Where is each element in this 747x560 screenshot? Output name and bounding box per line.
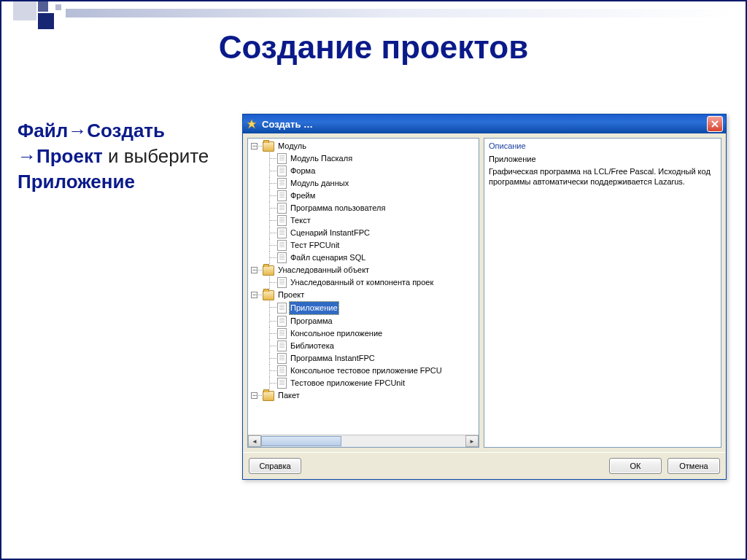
tree-item-label: Текст — [289, 214, 312, 227]
scroll-right-arrow[interactable]: ► — [465, 435, 479, 447]
tree-item[interactable]: Файл сценария SQL — [264, 252, 479, 264]
tree-item[interactable]: Консольное тестовое приложение FPCU — [264, 365, 479, 377]
ok-button[interactable]: ОК — [609, 458, 662, 474]
tree-item[interactable]: Унаследованный от компонента проек — [264, 276, 479, 289]
folder-icon — [263, 141, 274, 152]
tree-item-label: Модуль Паскаля — [289, 152, 354, 165]
close-button[interactable] — [707, 116, 723, 132]
tree-item[interactable]: Консольное приложение — [264, 327, 479, 340]
scroll-left-arrow[interactable]: ◄ — [248, 435, 261, 447]
tree-folder-label: Проект — [276, 289, 306, 301]
file-icon — [277, 303, 287, 314]
tree-item-label: Консольное тестовое приложение FPCU — [289, 365, 444, 377]
tree-folder[interactable]: −Модуль — [251, 140, 479, 152]
tree-item-label: Программа — [289, 315, 334, 327]
tree-item[interactable]: Фрейм — [264, 190, 479, 202]
app-icon — [246, 118, 258, 130]
cancel-button[interactable]: Отмена — [667, 458, 720, 474]
tree-item[interactable]: Программа пользователя — [264, 202, 479, 214]
tree-item-label: Программа InstantFPC — [289, 352, 376, 365]
file-icon — [277, 153, 287, 164]
scroll-thumb[interactable] — [261, 436, 341, 446]
file-icon — [277, 378, 287, 389]
tree-item-label: Тестовое приложение FPCUnit — [289, 377, 406, 389]
slide-title: Создание проектов — [1, 29, 746, 66]
horizontal-scrollbar[interactable]: ◄ ► — [248, 435, 479, 447]
tree-folder-label: Модуль — [276, 140, 308, 152]
template-tree[interactable]: −МодульМодуль ПаскаляФормаМодуль данныхФ… — [248, 139, 479, 435]
instruction-part4: Приложение — [18, 171, 135, 192]
tree-item-label: Библиотека — [289, 340, 336, 352]
tree-item-label: Консольное приложение — [289, 327, 384, 340]
template-tree-panel: −МодульМодуль ПаскаляФормаМодуль данныхФ… — [247, 138, 479, 448]
description-body: Графическая программа на LCL/Free Pascal… — [489, 166, 716, 187]
titlebar[interactable]: Создать … — [243, 114, 726, 133]
tree-item[interactable]: Сценарий InstantFPC — [264, 227, 479, 239]
dialog-title: Создать … — [262, 119, 707, 130]
file-icon — [277, 228, 287, 238]
tree-item[interactable]: Приложение — [264, 301, 479, 315]
collapse-icon[interactable]: − — [251, 267, 258, 273]
file-icon — [277, 240, 287, 251]
tree-item[interactable]: Программа InstantFPC — [264, 352, 479, 365]
file-icon — [277, 316, 287, 327]
folder-icon — [263, 265, 274, 276]
tree-folder[interactable]: −Пакет — [251, 389, 479, 402]
file-icon — [277, 252, 287, 263]
file-icon — [277, 341, 287, 351]
folder-icon — [263, 391, 274, 401]
file-icon — [277, 328, 287, 339]
description-heading: Описание — [489, 141, 716, 150]
slide-decoration — [1, 1, 746, 20]
description-panel: Описание Приложение Графическая программ… — [484, 138, 721, 448]
instruction-part2: →Проект — [18, 145, 103, 167]
tree-item[interactable]: Модуль Паскаля — [264, 152, 479, 165]
help-button[interactable]: Справка — [249, 458, 301, 474]
tree-item-label: Приложение — [289, 301, 339, 315]
file-icon — [277, 166, 287, 176]
file-icon — [277, 353, 287, 364]
collapse-icon[interactable]: − — [251, 392, 258, 399]
tree-item[interactable]: Тест FPCUnit — [264, 239, 479, 252]
collapse-icon[interactable]: − — [251, 292, 258, 298]
tree-item-label: Тест FPCUnit — [289, 239, 341, 252]
slide-frame: Создание проектов Файл→Создать →Проект и… — [0, 0, 747, 560]
tree-item-label: Форма — [289, 165, 317, 177]
instruction-part1: Файл→Создать — [18, 120, 165, 141]
tree-folder-label: Унаследованный объект — [276, 264, 371, 276]
tree-item[interactable]: Модуль данных — [264, 177, 479, 190]
tree-folder[interactable]: −Проект — [251, 289, 479, 301]
file-icon — [277, 178, 287, 189]
file-icon — [277, 277, 287, 288]
tree-item-label: Фрейм — [289, 190, 317, 202]
tree-item[interactable]: Библиотека — [264, 340, 479, 352]
instruction-text: Файл→Создать →Проект и выберите Приложен… — [18, 118, 236, 195]
file-icon — [277, 215, 287, 226]
tree-item[interactable]: Текст — [264, 214, 479, 227]
tree-item-label: Программа пользователя — [289, 202, 387, 214]
dialog-button-row: Справка ОК Отмена — [243, 452, 726, 479]
file-icon — [277, 203, 287, 214]
tree-item-label: Файл сценария SQL — [289, 252, 367, 264]
tree-item[interactable]: Программа — [264, 315, 479, 327]
tree-item-label: Унаследованный от компонента проек — [289, 276, 435, 289]
file-icon — [277, 365, 287, 376]
tree-item[interactable]: Тестовое приложение FPCUnit — [264, 377, 479, 389]
create-dialog: Создать … −МодульМодуль ПаскаляФормаМоду… — [242, 114, 727, 480]
description-item-name: Приложение — [489, 155, 716, 163]
collapse-icon[interactable]: − — [251, 143, 258, 149]
instruction-part3: и выберите — [103, 145, 209, 167]
folder-icon — [263, 290, 274, 300]
tree-item[interactable]: Форма — [264, 165, 479, 177]
tree-folder[interactable]: −Унаследованный объект — [251, 264, 479, 276]
tree-folder-label: Пакет — [276, 389, 301, 402]
tree-item-label: Сценарий InstantFPC — [289, 227, 371, 239]
file-icon — [277, 190, 287, 201]
tree-item-label: Модуль данных — [289, 177, 350, 190]
svg-marker-0 — [247, 120, 256, 128]
